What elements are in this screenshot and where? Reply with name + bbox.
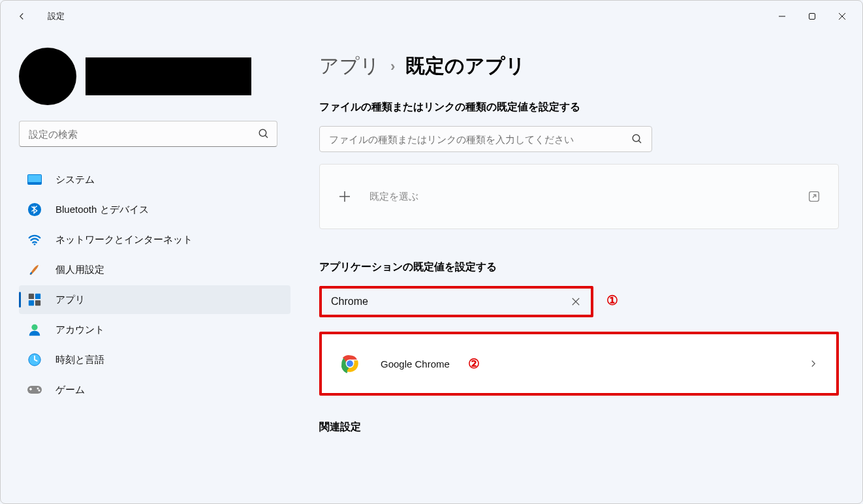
nav-label: Bluetooth とデバイス bbox=[55, 204, 149, 216]
nav-gaming[interactable]: ゲーム bbox=[19, 375, 290, 404]
system-icon bbox=[27, 172, 42, 187]
close-button[interactable] bbox=[827, 1, 857, 32]
nav-system[interactable]: システム bbox=[19, 165, 290, 194]
nav-bluetooth[interactable]: Bluetooth とデバイス bbox=[19, 195, 290, 224]
back-button[interactable] bbox=[11, 6, 32, 27]
annotation-2: ② bbox=[468, 356, 480, 371]
nav-label: 時刻と言語 bbox=[55, 354, 104, 366]
breadcrumb: アプリ › 既定のアプリ bbox=[319, 53, 836, 80]
app-search bbox=[319, 286, 593, 317]
apps-icon bbox=[27, 292, 42, 307]
breadcrumb-current: 既定のアプリ bbox=[405, 53, 526, 80]
nav-list: システム Bluetooth とデバイス ネットワークとインターネット 個人用設… bbox=[19, 165, 290, 404]
gamepad-icon bbox=[27, 382, 42, 398]
minimize-icon bbox=[778, 12, 786, 20]
nav-time-language[interactable]: 時刻と言語 bbox=[19, 345, 290, 374]
svg-point-9 bbox=[34, 244, 36, 245]
svg-rect-13 bbox=[35, 300, 40, 306]
svg-point-20 bbox=[633, 134, 640, 142]
title-bar: 設定 bbox=[1, 1, 862, 32]
nav-label: システム bbox=[55, 174, 95, 186]
filetype-section-title: ファイルの種類またはリンクの種類の既定値を設定する bbox=[319, 101, 836, 114]
nav-label: アプリ bbox=[55, 294, 85, 306]
svg-rect-1 bbox=[809, 14, 815, 20]
maximize-button[interactable] bbox=[797, 1, 827, 32]
filetype-search bbox=[319, 126, 652, 152]
wifi-icon bbox=[27, 232, 42, 247]
breadcrumb-parent[interactable]: アプリ bbox=[319, 53, 380, 80]
nav-apps[interactable]: アプリ bbox=[19, 285, 290, 314]
bluetooth-icon bbox=[27, 202, 42, 217]
user-name-redacted bbox=[86, 57, 251, 95]
chevron-right-icon bbox=[808, 358, 819, 370]
nav-label: 個人用設定 bbox=[55, 264, 104, 276]
clock-globe-icon bbox=[27, 352, 42, 368]
nav-network[interactable]: ネットワークとインターネット bbox=[19, 225, 290, 254]
filetype-search-input[interactable] bbox=[319, 126, 652, 152]
profile-area[interactable] bbox=[19, 48, 290, 105]
svg-rect-7 bbox=[28, 175, 41, 182]
close-icon bbox=[838, 12, 846, 20]
svg-line-21 bbox=[638, 140, 641, 143]
nav-label: ネットワークとインターネット bbox=[55, 234, 193, 246]
search-icon bbox=[258, 128, 270, 140]
external-link-icon bbox=[807, 189, 821, 204]
chevron-right-icon: › bbox=[390, 58, 395, 75]
plus-icon bbox=[337, 189, 353, 204]
nav-label: ゲーム bbox=[55, 384, 85, 396]
account-icon bbox=[27, 322, 42, 338]
svg-point-8 bbox=[28, 203, 41, 216]
search-icon bbox=[631, 133, 643, 145]
svg-rect-12 bbox=[29, 300, 34, 306]
app-section-title: アプリケーションの既定値を設定する bbox=[319, 260, 836, 274]
choose-default-label: 既定を選ぶ bbox=[369, 191, 807, 203]
sidebar: システム Bluetooth とデバイス ネットワークとインターネット 個人用設… bbox=[1, 32, 301, 503]
avatar bbox=[19, 48, 76, 105]
chrome-icon bbox=[339, 353, 361, 375]
svg-line-5 bbox=[265, 135, 268, 138]
app-search-input[interactable] bbox=[322, 289, 591, 315]
brush-icon bbox=[27, 262, 42, 277]
svg-point-29 bbox=[347, 360, 353, 367]
arrow-left-icon bbox=[16, 10, 27, 22]
svg-rect-10 bbox=[29, 294, 34, 299]
related-settings-title: 関連設定 bbox=[319, 420, 836, 434]
nav-label: アカウント bbox=[55, 324, 104, 336]
svg-rect-11 bbox=[35, 294, 40, 299]
svg-point-4 bbox=[259, 129, 266, 136]
nav-personalization[interactable]: 個人用設定 bbox=[19, 255, 290, 284]
svg-point-19 bbox=[39, 390, 40, 392]
window-title: 設定 bbox=[48, 10, 65, 22]
app-result-google-chrome[interactable]: Google Chrome ② bbox=[319, 332, 839, 396]
minimize-button[interactable] bbox=[767, 1, 797, 32]
clear-button[interactable] bbox=[570, 296, 582, 307]
nav-accounts[interactable]: アカウント bbox=[19, 315, 290, 344]
annotation-1: ① bbox=[606, 292, 618, 308]
app-result-name: Google Chrome bbox=[381, 358, 450, 370]
maximize-icon bbox=[808, 12, 816, 20]
svg-point-14 bbox=[31, 324, 37, 330]
svg-point-18 bbox=[37, 388, 39, 390]
choose-default-button[interactable]: 既定を選ぶ bbox=[319, 164, 839, 229]
main-panel: アプリ › 既定のアプリ ファイルの種類またはリンクの種類の既定値を設定する 既… bbox=[301, 32, 862, 503]
settings-search-input[interactable] bbox=[19, 121, 277, 147]
settings-search bbox=[19, 121, 277, 147]
